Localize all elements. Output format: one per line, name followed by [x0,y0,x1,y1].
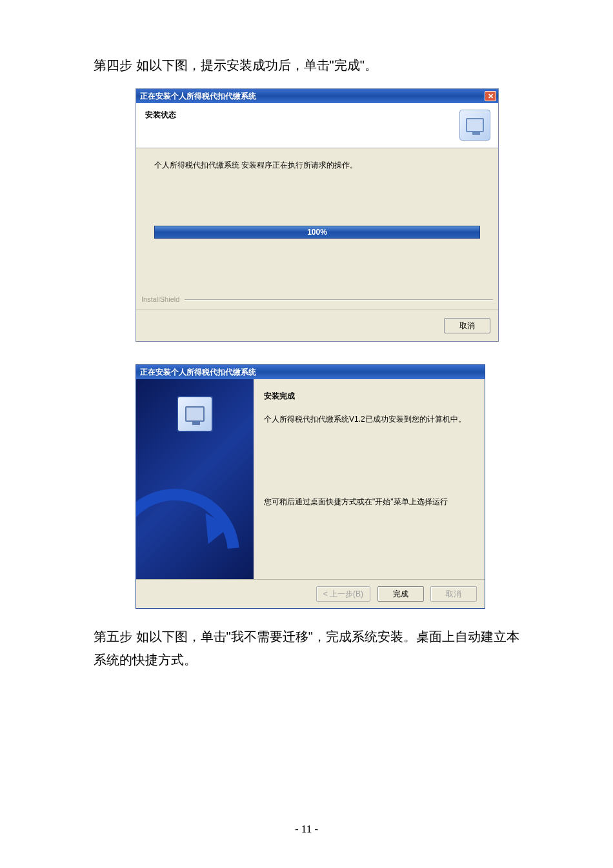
back-button: < 上一步(B) [316,586,370,602]
dialog1-header: 安装状态 [136,103,498,148]
progress-label: 100% [307,228,327,237]
dialog1-body: 个人所得税代扣代缴系统 安装程序正在执行所请求的操作。 100% Install… [136,148,498,310]
dialog2-footer: < 上一步(B) 完成 取消 [136,579,485,608]
close-icon[interactable]: ✕ [485,91,496,101]
page-number: - 11 - [0,823,613,836]
install-complete-text: 个人所得税代扣代缴系统V1.2已成功安装到您的计算机中。 [264,413,474,425]
divider-line [185,299,493,300]
install-progress-dialog: 正在安装个人所得税代扣代缴系统 ✕ 安装状态 个人所得税代扣代缴系统 安装程序正… [136,88,499,342]
step4-text: 第四步 如以下图，提示安装成功后，单击"完成"。 [94,55,519,75]
dialog2-title: 正在安装个人所得税代扣代缴系统 [140,367,256,378]
installshield-label: InstallShield [141,295,179,303]
installer-icon [177,396,213,432]
installer-icon [459,110,490,141]
dialog2-sidebar-graphic [136,379,254,579]
dialog2-content: 安装完成 个人所得税代扣代缴系统V1.2已成功安装到您的计算机中。 您可稍后通过… [254,379,485,579]
install-complete-dialog: 正在安装个人所得税代扣代缴系统 安装完成 个人所得税代扣代缴系统V1.2已成功安… [136,364,485,609]
install-complete-title: 安装完成 [264,391,474,402]
install-complete-hint: 您可稍后通过桌面快捷方式或在"开始"菜单上选择运行 [264,496,474,508]
dialog1-footer: 取消 [136,310,498,341]
refresh-arrow-icon [136,462,254,579]
cancel-button[interactable]: 取消 [444,318,490,333]
dialog1-title: 正在安装个人所得税代扣代缴系统 [140,91,256,102]
progress-bar: 100% [154,226,480,239]
cancel-button: 取消 [430,586,477,602]
install-progress-text: 个人所得税代扣代缴系统 安装程序正在执行所请求的操作。 [154,160,480,171]
install-status-label: 安装状态 [145,110,489,121]
dialog2-body: 安装完成 个人所得税代扣代缴系统V1.2已成功安装到您的计算机中。 您可稍后通过… [136,379,485,579]
step5-text: 第五步 如以下图，单击"我不需要迁移"，完成系统安装。桌面上自动建立本系统的快捷… [94,625,519,671]
finish-button[interactable]: 完成 [377,586,424,602]
dialog1-titlebar: 正在安装个人所得税代扣代缴系统 ✕ [136,89,498,103]
dialog2-titlebar: 正在安装个人所得税代扣代缴系统 [136,365,485,379]
